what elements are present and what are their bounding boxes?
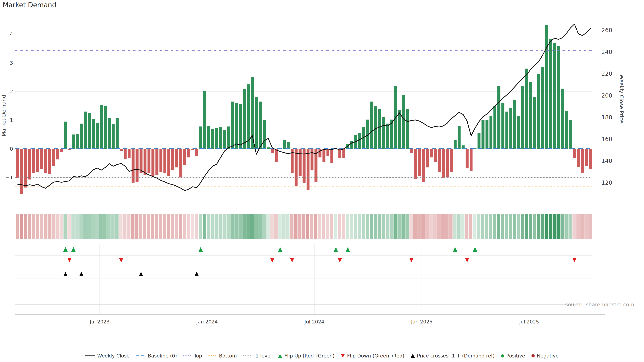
right-axis-label: Weekly Close Price — [619, 52, 625, 146]
heatmap-cell — [477, 214, 480, 239]
legend-label: Weekly Close — [97, 353, 130, 359]
source-credit: source: sharemaestro.com — [565, 302, 634, 308]
demand-bar — [342, 149, 345, 158]
heatmap-cell — [286, 214, 290, 239]
heatmap-cell — [254, 214, 258, 239]
x-axis-tick: Jan 2024 — [196, 319, 218, 325]
flip-up-marker — [453, 247, 457, 252]
demand-bar — [36, 149, 39, 172]
demand-bar — [553, 43, 556, 149]
heatmap-cell — [131, 214, 134, 239]
demand-bar — [513, 100, 516, 149]
demand-bar — [179, 149, 182, 177]
chart-legend: Weekly CloseBaseline (0)TopBottom-1 leve… — [0, 353, 644, 359]
legend-item: -1 level — [243, 353, 272, 359]
heatmap-cell — [107, 214, 110, 239]
demand-bar — [76, 134, 79, 149]
left-axis-tick: 0 — [10, 146, 13, 152]
heatmap-cell — [294, 214, 298, 239]
heatmap-cell — [95, 214, 98, 239]
heatmap-cell — [537, 214, 540, 239]
heatmap-cell — [123, 214, 126, 239]
demand-bar — [509, 108, 512, 149]
right-axis-tick: 180 — [602, 114, 612, 121]
demand-bar — [406, 109, 409, 149]
demand-bar — [458, 126, 461, 149]
legend-item: Negative — [532, 353, 559, 359]
heatmap-cell — [342, 214, 345, 239]
demand-bar — [521, 86, 524, 149]
legend-label: Baseline (0) — [148, 353, 177, 359]
demand-bar — [219, 127, 222, 149]
flip-up-marker — [278, 247, 282, 252]
heatmap-cell — [588, 214, 592, 239]
demand-bar — [442, 149, 445, 178]
heatmap-cell — [151, 214, 154, 239]
flip-down-marker — [465, 258, 469, 263]
heatmap-cell — [394, 214, 397, 239]
market-demand-dashboard: −101234120140160180200220240260Jul 2023J… — [0, 0, 644, 362]
heatmap-cell — [135, 214, 138, 239]
demand-bar — [541, 67, 544, 149]
demand-bar — [370, 102, 373, 149]
demand-bar — [199, 126, 202, 149]
demand-bar — [72, 135, 75, 149]
demand-bar — [299, 149, 302, 176]
heatmap-cell — [270, 214, 274, 239]
demand-bar — [140, 149, 142, 173]
heatmap-cell — [346, 214, 349, 239]
demand-bar — [120, 149, 123, 151]
heatmap-cell — [28, 214, 31, 239]
demand-bar — [92, 119, 95, 149]
demand-bar — [577, 149, 580, 167]
demand-bar — [56, 149, 59, 159]
heatmap-cell — [485, 214, 488, 239]
legend-dot-swatch — [208, 356, 217, 356]
heatmap-cell — [489, 214, 492, 239]
heatmap-cell — [76, 214, 79, 239]
demand-bar — [176, 149, 178, 167]
demand-bar — [96, 123, 99, 149]
demand-bar — [231, 102, 234, 149]
left-axis-tick: 1 — [10, 117, 13, 123]
heatmap-cell — [358, 214, 361, 239]
heatmap-cell — [378, 214, 381, 239]
legend-item: Flip Down (Green→Red) — [341, 353, 404, 359]
heatmap-cell — [155, 214, 158, 239]
heatmap-cell — [20, 214, 23, 239]
demand-bar — [386, 124, 389, 149]
demand-bar — [80, 124, 83, 149]
heatmap-cell — [410, 214, 413, 239]
demand-bar — [128, 149, 131, 158]
flip-up-marker — [346, 247, 350, 252]
heatmap-cell — [68, 214, 71, 239]
heatmap-cell — [60, 214, 63, 239]
demand-bar — [227, 126, 230, 149]
heatmap-cell — [16, 214, 19, 239]
demand-bar — [450, 149, 453, 172]
demand-bar — [569, 120, 572, 149]
demand-bar — [187, 149, 190, 157]
heatmap-cell — [103, 214, 107, 239]
heatmap-cell — [222, 214, 226, 239]
demand-bar — [505, 112, 508, 149]
legend-circle-swatch — [532, 354, 535, 358]
demand-bar — [84, 112, 87, 149]
demand-bar — [494, 106, 496, 149]
demand-bar — [326, 149, 330, 156]
legend-item: Weekly Close — [85, 353, 130, 359]
legend-dot-swatch — [243, 356, 252, 356]
heatmap-cell — [529, 214, 532, 239]
heatmap-cell — [473, 214, 476, 239]
demand-bar — [267, 147, 270, 149]
demand-bar — [466, 149, 468, 168]
heatmap-cell — [505, 214, 508, 239]
heatmap-cell — [99, 214, 103, 239]
heatmap-cell — [513, 214, 516, 239]
flip-down-marker — [67, 258, 72, 263]
heatmap-cell — [199, 214, 202, 239]
heatmap-cell — [556, 214, 560, 239]
legend-item: Baseline (0) — [136, 353, 177, 359]
heatmap-cell — [187, 214, 190, 239]
price-cross-marker — [194, 272, 199, 276]
